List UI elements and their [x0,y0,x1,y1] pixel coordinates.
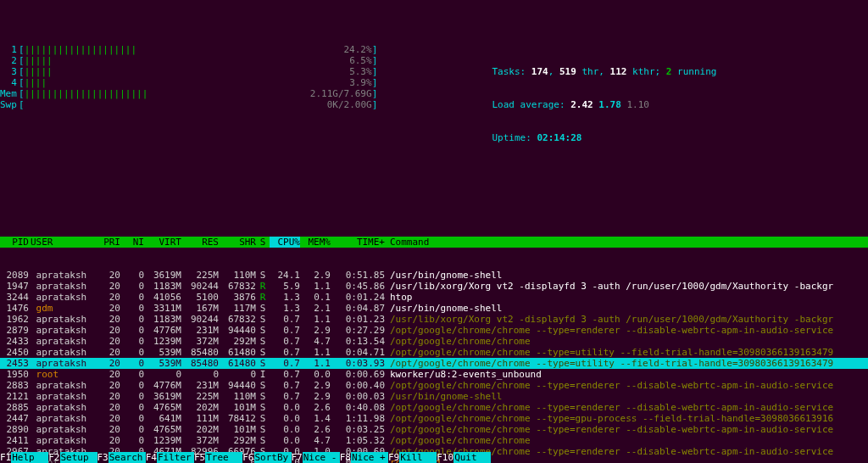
col-ni[interactable]: NI [120,237,144,248]
fkey-f10[interactable]: F10Quit [437,452,491,463]
col-res[interactable]: RES [181,237,219,248]
cpu-meter-2: 2[|||||6.5%] [0,55,477,66]
table-row[interactable]: 3244 aprataksh2004105651003876R1.30.10:0… [0,292,868,303]
col-shr[interactable]: SHR [219,237,256,248]
cpu-meter-1: 1[||||||||||||||||||||24.2%] [0,44,477,55]
fkey-f8[interactable]: F8Nice + [340,452,388,463]
col-mem[interactable]: MEM% [300,237,331,248]
table-row[interactable]: 2879 aprataksh2004776M231M94440S0.72.90:… [0,325,868,336]
footer-fkeys: F1HelpF2SetupF3SearchF4FilterF5TreeF6Sor… [0,452,868,463]
fkey-f1[interactable]: F1Help [0,452,48,463]
table-row[interactable]: 2447 aprataksh200641M111M78412S0.01.41:1… [0,413,868,424]
table-row[interactable]: 1950 root200000I0.70.00:00.69kworker/u8:… [0,369,868,380]
col-cmd[interactable]: Command [385,237,868,248]
fkey-f2[interactable]: F2Setup [48,452,97,463]
col-user[interactable]: USER [31,237,95,248]
table-row[interactable]: 1947 aprataksh2001183M9024467832R5.91.10… [0,281,868,292]
tasks-line: Tasks: 174, 519 thr, 112 kthr; 2 running [481,66,868,77]
col-s[interactable]: S [256,237,270,248]
table-row[interactable]: 2433 aprataksh2001239M372M292MS0.74.70:1… [0,336,868,347]
table-row[interactable]: 1962 aprataksh2001183M9024467832S0.71.10… [0,314,868,325]
table-row[interactable]: 2890 aprataksh2004765M202M101MS0.02.60:0… [0,424,868,435]
fkey-f4[interactable]: F4Filter [146,452,194,463]
col-pid[interactable]: PID [0,237,31,248]
table-row[interactable]: 2885 aprataksh2004765M202M101MS0.02.60:4… [0,402,868,413]
swp-meter: Swp[0K/2.00G] [0,99,477,110]
uptime-line: Uptime: 02:14:28 [481,132,868,143]
table-row[interactable]: 2883 aprataksh2004776M231M94440S0.72.90:… [0,380,868,391]
table-row[interactable]: 1476 gdm2003311M167M117MS1.32.10:04.87/u… [0,303,868,314]
table-row[interactable]: 2450 aprataksh200539M8548061480S0.71.10:… [0,347,868,358]
col-cpu[interactable]: CPU% [270,237,300,248]
table-row[interactable]: 2121 aprataksh2003619M225M110MS0.72.90:0… [0,391,868,402]
cpu-meter-4: 4[||||3.9%] [0,77,477,88]
header-panel: 1[||||||||||||||||||||24.2%] 2[|||||6.5%… [0,44,868,165]
load-line: Load average: 2.42 1.78 1.10 [481,99,868,110]
process-table[interactable]: PID USER PRI NI VIRT RES SHR S CPU% MEM%… [0,215,868,463]
mem-meter: Mem[||||||||||||||||||||||2.11G/7.69G] [0,88,477,99]
table-row[interactable]: 2089 aprataksh2003619M225M110MS24.12.90:… [0,270,868,281]
table-row[interactable]: 2453 aprataksh200539M8548061480S0.71.10:… [0,358,868,369]
fkey-f9[interactable]: F9Kill [388,452,437,463]
cpu-meter-3: 3[|||||5.3%] [0,66,477,77]
table-header[interactable]: PID USER PRI NI VIRT RES SHR S CPU% MEM%… [0,237,868,248]
meters: 1[||||||||||||||||||||24.2%] 2[|||||6.5%… [0,44,477,165]
fkey-f7[interactable]: F7Nice - [292,452,340,463]
fkey-f6[interactable]: F6SortBy [242,452,291,463]
fkey-f5[interactable]: F5Tree [194,452,242,463]
col-time[interactable]: TIME+ [331,237,385,248]
system-stats: Tasks: 174, 519 thr, 112 kthr; 2 running… [477,44,868,165]
col-pri[interactable]: PRI [95,237,120,248]
fkey-f3[interactable]: F3Search [97,452,146,463]
table-row[interactable]: 2411 aprataksh2001239M372M292MS0.04.71:0… [0,435,868,446]
col-virt[interactable]: VIRT [144,237,181,248]
